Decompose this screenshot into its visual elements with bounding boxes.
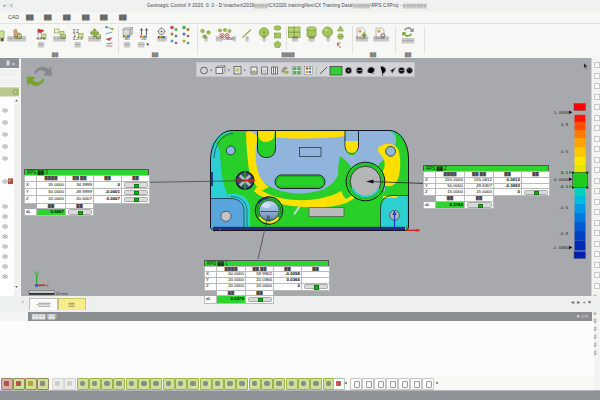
svg-text:0. 8: 0. 8: [561, 122, 569, 127]
svg-text:x: x: [47, 283, 50, 288]
svg-text:0. 1: 0. 1: [561, 170, 569, 175]
svg-text:0. 6: 0. 6: [561, 149, 569, 154]
svg-text:-0. 1: -0. 1: [560, 184, 569, 189]
svg-text:-0. 6: -0. 6: [560, 205, 569, 210]
svg-text:1. 0080: 1. 0080: [554, 110, 569, 115]
svg-text:0. 0000: 0. 0000: [554, 177, 569, 182]
svg-text:-1. 0080: -1. 0080: [553, 245, 569, 250]
svg-text:-0. 8: -0. 8: [560, 231, 569, 236]
svg-text:25 mm: 25 mm: [56, 292, 68, 296]
